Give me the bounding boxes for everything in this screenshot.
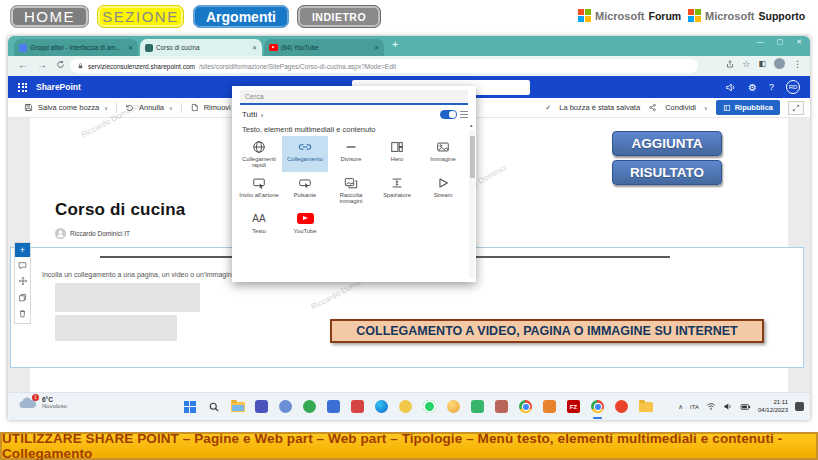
feedback-megaphone-icon[interactable]	[725, 82, 736, 93]
check-icon: ✓	[545, 104, 551, 112]
republish-button[interactable]: Ripubblica	[716, 100, 780, 115]
webpart-immagine[interactable]: Immagine	[420, 136, 466, 172]
add-section-button[interactable]: +	[15, 243, 30, 257]
volume-icon[interactable]	[723, 402, 733, 411]
chevron-down-icon[interactable]: ∨	[169, 105, 173, 111]
tab-close-icon[interactable]: ✕	[374, 44, 379, 51]
webpart-spaziatore[interactable]: Spaziatore	[374, 172, 420, 208]
tab-close-icon[interactable]: ✕	[128, 44, 133, 51]
argomenti-button[interactable]: Argomenti	[193, 5, 289, 28]
notification-center-icon[interactable]	[795, 402, 804, 411]
webpart-divisore[interactable]: Divisore	[328, 136, 374, 172]
gold-app-icon[interactable]	[444, 397, 463, 416]
browser-menu-icon[interactable]: ⋮	[793, 59, 802, 69]
help-icon[interactable]: ?	[769, 82, 774, 92]
collapse-toolbar-button[interactable]	[788, 101, 804, 115]
active-browser-icon[interactable]	[588, 397, 607, 416]
taskbar-clock[interactable]: 21:11 04/12/2023	[758, 399, 788, 414]
tab-close-icon[interactable]: ✕	[252, 44, 257, 51]
settings-gear-icon[interactable]: ⚙	[748, 82, 757, 93]
tab-gruppi-attivi[interactable]: Gruppi attivi - Interfaccia di am... ✕	[14, 39, 138, 56]
filezilla-icon[interactable]: FZ	[564, 397, 583, 416]
language-indicator[interactable]: ITA	[690, 404, 699, 410]
chevron-down-icon[interactable]: ∨	[704, 105, 708, 111]
chevron-down-icon[interactable]: ∨	[104, 105, 108, 111]
share-button[interactable]: Condividi	[665, 103, 696, 112]
webpart-collegamenti-rapidi[interactable]: Collegamenti rapidi	[236, 136, 282, 172]
new-tab-button[interactable]: +	[392, 38, 398, 50]
profile-avatar[interactable]	[774, 58, 785, 69]
webpart-collegamento[interactable]: Collegamento	[282, 136, 328, 172]
duplicate-webpart-icon[interactable]	[15, 289, 30, 305]
app-launcher-icon[interactable]	[18, 83, 27, 92]
battery-icon[interactable]	[740, 403, 751, 411]
sezione-button[interactable]: SEZIONE	[97, 5, 184, 28]
folder-app-icon[interactable]	[636, 397, 655, 416]
button-icon	[298, 175, 312, 190]
indietro-button[interactable]: INDIETRO	[297, 5, 381, 28]
tray-date: 04/12/2023	[758, 407, 788, 413]
account-avatar[interactable]: RD	[786, 80, 800, 94]
greenshot-icon[interactable]	[300, 397, 319, 416]
address-bar[interactable]: servizieconsulenzerd.sharepoint.com/site…	[70, 59, 698, 73]
delete-webpart-icon[interactable]	[15, 305, 30, 321]
webpart-testo[interactable]: AA Testo	[236, 208, 282, 244]
webpart-invito-azione[interactable]: Invito all'azione	[236, 172, 282, 208]
whatsapp-icon[interactable]	[420, 397, 439, 416]
webpart-hero[interactable]: Hero	[374, 136, 420, 172]
scroll-up-icon[interactable]: ▲	[469, 123, 473, 128]
teams-icon[interactable]	[252, 397, 271, 416]
blue-app-icon[interactable]	[324, 397, 343, 416]
list-view-icon[interactable]	[460, 111, 468, 118]
webpart-raccolta-immagini[interactable]: Raccolta immagini	[328, 172, 374, 208]
red-app-icon[interactable]	[348, 397, 367, 416]
risultato-button[interactable]: RISULTATO	[612, 160, 722, 185]
webpart-stream[interactable]: Stream	[420, 172, 466, 208]
move-webpart-icon[interactable]	[15, 273, 30, 289]
wifi-icon[interactable]	[706, 402, 716, 411]
sidebar-icon[interactable]: ◧	[758, 59, 766, 68]
reload-icon[interactable]	[56, 60, 65, 69]
yellow-app-icon[interactable]	[396, 397, 415, 416]
panel-scrollbar[interactable]: ▲	[469, 130, 475, 278]
filter-dropdown[interactable]: Tutti	[242, 110, 257, 119]
close-window-button[interactable]: ✕	[796, 38, 802, 46]
webpart-youtube[interactable]: YouTube	[282, 208, 328, 244]
undo-button[interactable]: Annulla	[139, 103, 164, 112]
save-draft-button[interactable]: Salva come bozza	[38, 103, 99, 112]
back-icon[interactable]: ←	[18, 59, 28, 70]
share-page-icon[interactable]	[726, 60, 734, 68]
tray-expand-icon[interactable]: ∧	[678, 403, 683, 411]
edge-icon[interactable]	[372, 397, 391, 416]
photos-app-icon[interactable]	[468, 397, 487, 416]
contacts-app-icon[interactable]	[276, 397, 295, 416]
orange-app-icon[interactable]	[540, 397, 559, 416]
weather-widget[interactable]: 1 6°C Nuvoloso	[18, 396, 67, 410]
stream-icon	[436, 175, 450, 190]
grid-view-toggle[interactable]	[440, 110, 457, 119]
microsoft-forum-link[interactable]: Microsoft Forum	[578, 9, 681, 22]
chrome-icon[interactable]	[516, 397, 535, 416]
taskbar-search-icon[interactable]	[204, 397, 223, 416]
tab-youtube[interactable]: (84) YouTube ✕	[264, 39, 384, 56]
aggiunta-button[interactable]: AGGIUNTA	[612, 131, 722, 156]
start-button[interactable]	[180, 397, 199, 416]
webpart-search-input[interactable]	[240, 90, 468, 105]
tab-label: Corso di cucina	[156, 44, 247, 51]
page-title[interactable]: Corso di cucina	[55, 200, 186, 220]
tab-corso-di-cucina[interactable]: Corso di cucina ✕	[140, 39, 262, 56]
scrollbar-thumb[interactable]	[470, 136, 475, 178]
bookmark-star-icon[interactable]: ☆	[742, 59, 750, 69]
webpart-pulsante[interactable]: Pulsante	[282, 172, 328, 208]
maximize-button[interactable]: ▢	[777, 38, 784, 46]
minimize-button[interactable]: —	[757, 38, 764, 46]
file-explorer-icon[interactable]	[228, 397, 247, 416]
home-button[interactable]: HOME	[10, 5, 89, 28]
comment-icon[interactable]	[15, 257, 30, 273]
forward-icon[interactable]: →	[37, 59, 47, 70]
firefox-icon[interactable]	[612, 397, 631, 416]
chevron-down-icon[interactable]: ∨	[260, 112, 264, 118]
microsoft-supporto-link[interactable]: Microsoft Supporto	[688, 9, 805, 22]
paint-app-icon[interactable]	[492, 397, 511, 416]
tab-label: Gruppi attivi - Interfaccia di am...	[30, 44, 123, 51]
